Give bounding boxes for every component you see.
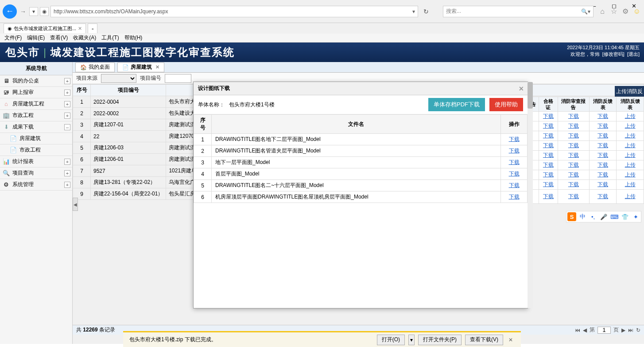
sidebar-item-project-query[interactable]: 🔍 项目查询 + — [0, 168, 72, 179]
download-link[interactable]: 下载 — [543, 181, 554, 187]
download-link[interactable]: 下载 — [568, 113, 579, 119]
download-link[interactable]: 下载 — [568, 181, 579, 187]
pager-last[interactable]: ⏭ — [628, 327, 633, 333]
download-link[interactable]: 下载 — [543, 162, 554, 168]
sidebar-item-house-proj[interactable]: ⌂ 房屋建筑工程 + — [0, 98, 72, 110]
close-notification[interactable]: ✕ — [507, 337, 515, 343]
download-link[interactable]: 下载 — [597, 113, 608, 119]
open-folder-button[interactable]: 打开文件夹(P) — [418, 335, 462, 345]
tab-dropdown-icon[interactable]: ▾ — [29, 7, 38, 16]
download-link[interactable]: 下载 — [568, 133, 579, 139]
upload-link[interactable]: 上传 — [625, 152, 636, 158]
sidebar-item-municipal[interactable]: 📄 市政工程 — [0, 144, 72, 156]
expand-icon[interactable]: + — [64, 170, 70, 176]
dialog-close-button[interactable]: ✕ — [519, 85, 524, 92]
ime-punct-icon[interactable]: •, — [589, 212, 597, 221]
tab-house-build[interactable]: 📄 房屋建筑 ✕ — [117, 62, 164, 72]
sidebar-item-stat-report[interactable]: 📊 统计报表 + — [0, 156, 72, 168]
upload-link[interactable]: 上传 — [625, 142, 636, 148]
download-link[interactable]: 下载 — [597, 193, 608, 199]
expand-icon[interactable]: + — [64, 90, 70, 96]
download-link[interactable]: 下载 — [509, 182, 520, 188]
page-input[interactable] — [597, 327, 611, 334]
menu-file[interactable]: 文件(F) — [4, 34, 22, 42]
sidebar-item-online-report[interactable]: 🖳 网上报审 + — [0, 87, 72, 98]
browser-tab[interactable]: ◉ 包头市城发建设工程施工图... ✕ — [4, 23, 86, 33]
download-link[interactable]: 下载 — [543, 172, 554, 178]
pager-first[interactable]: ⏮ — [575, 327, 580, 333]
maximize-button[interactable]: ◻ — [604, 0, 624, 12]
download-link[interactable]: 下载 — [543, 123, 554, 129]
expand-icon[interactable]: + — [64, 182, 70, 188]
sidebar-item-result-dl[interactable]: ⬇ 成果下载 – — [0, 121, 72, 133]
download-link[interactable]: 下载 — [543, 193, 554, 199]
upload-link[interactable]: 上传 — [625, 133, 636, 139]
refresh-button[interactable]: ↻ — [420, 8, 432, 15]
download-link[interactable]: 下载 — [543, 152, 554, 158]
sidebar-collapse-handle[interactable]: ◀ — [73, 198, 78, 211]
download-link[interactable]: 下载 — [568, 123, 579, 129]
pager-prev[interactable]: ◀ — [583, 327, 587, 333]
source-select[interactable] — [101, 74, 136, 83]
help-button[interactable]: 使用帮助 — [489, 98, 523, 111]
dialog-scrollbar[interactable] — [528, 82, 533, 308]
close-tab-icon[interactable]: ✕ — [78, 26, 82, 31]
forward-button[interactable]: → — [19, 6, 27, 17]
back-button[interactable]: ← — [3, 4, 17, 19]
download-link[interactable]: 下载 — [597, 142, 608, 148]
menu-edit[interactable]: 编辑(E) — [27, 34, 45, 42]
download-link[interactable]: 下载 — [509, 148, 520, 154]
sidebar-item-sys-manage[interactable]: ⚙ 系统管理 + — [0, 179, 72, 191]
sidebar-item-my-office[interactable]: 🖥 我的办公桌 + — [0, 75, 72, 87]
view-downloads-button[interactable]: 查看下载(V) — [465, 335, 503, 345]
expand-icon[interactable]: + — [64, 113, 70, 119]
ime-sogou-icon[interactable]: S — [567, 212, 576, 221]
download-link[interactable]: 下载 — [543, 133, 554, 139]
open-button[interactable]: 打开(O) — [377, 335, 405, 345]
upload-link[interactable]: 上传 — [625, 193, 636, 199]
upload-link[interactable]: 上传 — [625, 162, 636, 168]
download-link[interactable]: 下载 — [597, 172, 608, 178]
download-link[interactable]: 下载 — [568, 193, 579, 199]
download-link[interactable]: 下载 — [597, 162, 608, 168]
pager-refresh[interactable]: ↻ — [636, 327, 640, 333]
download-link[interactable]: 下载 — [597, 133, 608, 139]
pdf-download-button[interactable]: 单体存档PDF下载 — [428, 98, 485, 111]
menu-tools[interactable]: 工具(T) — [101, 34, 119, 42]
expand-icon[interactable]: + — [64, 101, 70, 107]
expand-icon[interactable]: + — [64, 78, 70, 84]
ime-toolbar[interactable]: S 中 •, 🎤 ⌨ 👕 ✦ — [566, 211, 641, 222]
menu-favorites[interactable]: 收藏夹(A) — [73, 34, 96, 42]
download-link[interactable]: 下载 — [597, 123, 608, 129]
pager-next[interactable]: ▶ — [621, 327, 625, 333]
download-link[interactable]: 下载 — [597, 152, 608, 158]
upload-link[interactable]: 上传 — [625, 181, 636, 187]
ime-skin-icon[interactable]: 👕 — [621, 212, 629, 221]
upload-link[interactable]: 上传 — [625, 113, 636, 119]
url-dropdown-icon[interactable]: ▾ — [412, 8, 415, 15]
ime-toolbox-icon[interactable]: ✦ — [631, 212, 640, 221]
download-link[interactable]: 下载 — [509, 194, 520, 200]
download-link[interactable]: 下载 — [543, 113, 554, 119]
scrollbar-thumb[interactable] — [528, 82, 533, 109]
download-link[interactable]: 下载 — [509, 171, 520, 177]
download-link[interactable]: 下载 — [568, 142, 579, 148]
upload-fire-tag[interactable]: 上传消防反 — [615, 86, 644, 97]
download-link[interactable]: 下载 — [568, 152, 579, 158]
menu-help[interactable]: 帮助(H) — [124, 34, 143, 42]
search-icon[interactable]: 🔍▾ — [581, 8, 590, 15]
new-tab-button[interactable]: ▫ — [88, 23, 97, 33]
close-tab-icon[interactable]: ✕ — [155, 64, 159, 70]
download-link[interactable]: 下载 — [509, 159, 520, 165]
close-window-button[interactable]: ✕ — [624, 0, 644, 12]
url-bar[interactable]: http://www.bttszx.com/btszh/OAMainJquery… — [50, 6, 418, 17]
sidebar-item-municipal-proj[interactable]: 🏢 市政工程 + — [0, 110, 72, 121]
expand-icon[interactable]: + — [64, 159, 70, 165]
ime-mic-icon[interactable]: 🎤 — [599, 212, 608, 221]
change-password-link[interactable]: [修改密码] — [602, 51, 625, 57]
projno-input[interactable] — [165, 74, 191, 83]
sidebar-item-house-build[interactable]: 📄 房屋建筑 — [0, 133, 72, 144]
download-link[interactable]: 下载 — [597, 181, 608, 187]
download-link[interactable]: 下载 — [568, 162, 579, 168]
download-link[interactable]: 下载 — [568, 172, 579, 178]
